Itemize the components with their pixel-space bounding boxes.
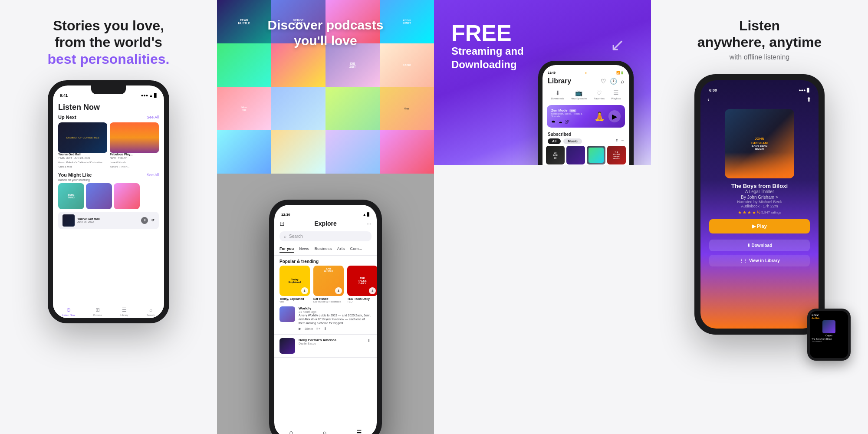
clock-icon[interactable]: 🕐: [610, 78, 617, 85]
up-next-see-all[interactable]: See All: [147, 115, 159, 119]
explore-search-bar[interactable]: ⌕ Search: [279, 231, 372, 241]
heart-icon[interactable]: ♡: [601, 78, 606, 85]
add-podcast-3[interactable]: +: [369, 287, 376, 294]
star-3: ★: [747, 210, 751, 215]
grid-cell-7: DIEZEIT: [326, 43, 380, 87]
episode-2-pause[interactable]: ⏸: [367, 338, 372, 354]
favorites-filter[interactable]: ♡ Favorites: [594, 89, 605, 100]
more-options-icon[interactable]: ···: [621, 138, 624, 144]
share-button[interactable]: ⬆: [806, 96, 812, 103]
tab-search[interactable]: ⌕ Search: [147, 307, 155, 316]
download-button[interactable]: ⬇ Download: [709, 240, 810, 251]
play-episode-1[interactable]: ▶: [299, 327, 301, 331]
today-explained-art: TodayExplained +: [279, 266, 310, 296]
book-title: The Boys from Biloxi: [700, 183, 819, 189]
phone-screen-4: 6:00 ●●● ▊ ‹ ⬆ JOHNGRISHAM BOYS FROMBILO…: [700, 80, 819, 329]
ted-talks-art: TEDTALKSDAILY +: [347, 266, 377, 296]
status-bar-2: 12:30 ▲ ▊: [274, 205, 377, 218]
panel2-headline: Discover podcasts you'll love: [217, 17, 434, 49]
star-half: ½: [757, 210, 760, 215]
library-filter-tabs: ⬇ Downloads 📺 New Episodes ♡ Favorites ☰…: [542, 86, 629, 103]
cabinet-curiosities-art[interactable]: CABINET OF CURIOSITIES: [58, 122, 107, 153]
music-filter-pill[interactable]: Music: [563, 138, 582, 144]
streaming-sub-text: Streaming and Downloading: [451, 44, 524, 71]
panel4-headline: Listen anywhere, anytime: [697, 17, 822, 51]
np-skip-button[interactable]: ⟳: [151, 218, 155, 222]
new-episodes-filter[interactable]: 📺 New Episodes: [571, 89, 587, 100]
phone-screen-3: 11:49 ● 📶🔋 Library ♡ 🕐 ⌕ ⬇ Downloads: [542, 65, 629, 165]
book-type: Audiobook · 17h 22m: [700, 204, 819, 208]
phone-and-watch-container: 6:00 ●●● ▊ ‹ ⬆ JOHNGRISHAM BOYS FROMBILO…: [694, 74, 825, 335]
tab-listen-now[interactable]: ⊙ Listen Now: [62, 307, 75, 316]
star-2: ★: [743, 210, 746, 215]
np-play-button[interactable]: ⏸: [141, 217, 148, 224]
zen-play-button[interactable]: ▶: [608, 110, 621, 122]
episode-2-art: [279, 338, 295, 354]
cast-icon[interactable]: ⊡: [279, 220, 285, 227]
playlists-filter[interactable]: ☰ Playlists: [611, 89, 621, 100]
episode-item-2[interactable]: Dolly Parton's America Dante Basco ⏸: [274, 335, 377, 358]
panel1-headline: Stories you love, from the world's best …: [48, 17, 170, 67]
downloads-filter[interactable]: ⬇ Downloads: [551, 89, 564, 100]
tab-news[interactable]: News: [299, 247, 309, 253]
you-might-like-label: You Might Like: [58, 172, 92, 178]
storm-icon: ⛈: [565, 119, 569, 124]
phone-mockup-1: 9:41 ●●● ▲ ▊ Listen Now Up Next See All …: [48, 80, 169, 323]
tab-more[interactable]: Com...: [350, 247, 362, 253]
library-title: Library: [548, 77, 571, 85]
fabulous-play-art[interactable]: [110, 122, 159, 153]
podcast2-network: Sonoro | The N...: [110, 165, 159, 169]
phone-mockup-3: 11:49 ● 📶🔋 Library ♡ 🕐 ⌕ ⬇ Downloads: [538, 61, 634, 165]
phone-mockup-4: 6:00 ●●● ▊ ‹ ⬆ JOHNGRISHAM BOYS FROMBILO…: [694, 74, 825, 335]
grid-cell-6: [271, 43, 326, 87]
grid-cell-16: [380, 130, 434, 174]
tab-browse[interactable]: ⊞ Browse: [93, 307, 102, 316]
podcast-thumb-killing[interactable]: THEKILLINGMarilynMonroe: [607, 146, 626, 164]
trending-card-1[interactable]: TodayExplained + Today, Explained Vox: [279, 266, 310, 303]
explore-bottom-bar: ⌂ ⌕ ☰: [274, 426, 377, 434]
share-icon[interactable]: ⬆: [615, 138, 618, 144]
podcast-thumb-30for30[interactable]: 30FOR30: [546, 146, 565, 164]
add-podcast-2[interactable]: +: [335, 287, 342, 294]
back-button[interactable]: ‹: [707, 96, 710, 103]
tab-business[interactable]: Business: [315, 247, 332, 253]
more-icon[interactable]: ···: [366, 220, 372, 227]
tab-library[interactable]: ☰ Library: [120, 307, 128, 316]
add-episode-1[interactable]: ≡+: [316, 327, 320, 331]
panel-apple-podcasts: Stories you love, from the world's best …: [0, 0, 217, 434]
tab-for-you[interactable]: For you: [279, 247, 294, 253]
book-author[interactable]: By John Grisham >: [700, 195, 819, 200]
podcast-thumb-revisionist[interactable]: [566, 146, 585, 164]
panel-listen-anywhere: Listen anywhere, anytime with offline li…: [651, 0, 868, 434]
player-status-bar: 6:00 ●●● ▊: [700, 80, 819, 94]
episode-item-1[interactable]: Worldly 21 hours ago A very Worldly guid…: [274, 303, 377, 335]
tab-arts[interactable]: Arts: [337, 247, 345, 253]
podcast-thumb-clearing[interactable]: [587, 146, 605, 164]
menu-tab-icon[interactable]: ☰: [356, 429, 362, 434]
grid-cell-5: [217, 43, 271, 87]
phone-screen-1: 9:41 ●●● ▲ ▊ Listen Now Up Next See All …: [53, 85, 164, 318]
trending-card-2[interactable]: EARHUSTLE + Ear Hustle Ear Hustle & Radi…: [313, 266, 344, 303]
search-tab-icon[interactable]: ⌕: [323, 429, 326, 434]
mini-podcast-2[interactable]: [86, 183, 112, 209]
np-title: You've Got Mail: [77, 217, 138, 220]
all-filter-pill[interactable]: All: [548, 138, 561, 144]
play-button[interactable]: ▶ Play: [709, 219, 810, 233]
up-next-label: Up Next: [58, 115, 76, 120]
book-narrator: Narrated by Michael Beck: [700, 200, 819, 204]
apple-watch-widget: 3:02 Audible Origins The Boys from Bilox…: [807, 309, 851, 361]
grid-cell-11: [326, 87, 380, 130]
home-tab-icon[interactable]: ⌂: [289, 429, 293, 434]
mini-podcast-3[interactable]: [114, 183, 140, 209]
search-lib-icon[interactable]: ⌕: [621, 78, 624, 85]
add-podcast-1[interactable]: +: [301, 287, 308, 294]
zen-mode-banner[interactable]: Zen Mode Beta Meditation, Sleep, Focus &…: [547, 105, 625, 128]
view-in-library-button[interactable]: ⋮⋮ View in Library: [709, 255, 810, 266]
download-episode-1[interactable]: ⬇: [324, 327, 327, 331]
favorites-icon: ♡: [596, 89, 602, 96]
podcast1-source: Aaron Mahnke's Cabinet of Curiosities: [58, 161, 107, 164]
trending-card-3[interactable]: TEDTALKSDAILY + TED Talks Daily TED: [347, 266, 377, 303]
mini-podcast-1[interactable]: SOMETHING: [58, 183, 84, 209]
you-might-like-see-all[interactable]: See All: [147, 173, 159, 177]
star-4: ★: [752, 210, 756, 215]
